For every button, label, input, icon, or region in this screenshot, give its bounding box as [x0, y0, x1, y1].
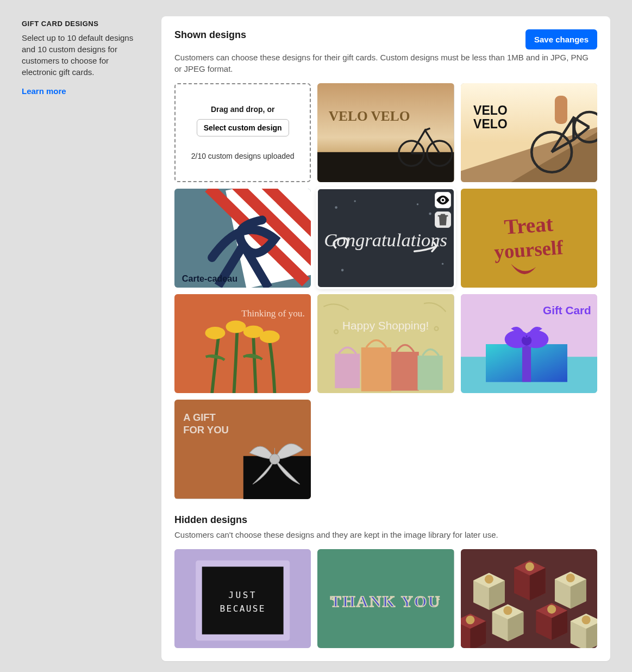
svg-point-20	[354, 200, 356, 202]
upload-count: 2/10 custom designs uploaded	[191, 152, 295, 160]
svg-point-35	[260, 331, 280, 343]
svg-point-52	[521, 335, 531, 345]
save-changes-button-top[interactable]: Save changes	[525, 29, 597, 49]
svg-point-56	[270, 455, 279, 464]
svg-point-76	[525, 562, 534, 571]
design-card-just-because[interactable]: JUST BECAUSE	[174, 549, 311, 648]
sidebar: GIFT CARD DESIGNS Select up to 10 defaul…	[22, 16, 144, 96]
delete-button[interactable]	[435, 211, 451, 228]
shown-description: Customers can choose these designs for t…	[174, 52, 597, 74]
eye-icon	[435, 192, 450, 208]
design-card-velo-2[interactable]: VELO VELO	[461, 83, 597, 182]
upload-slot[interactable]: Drag and drop, or Select custom design 2…	[174, 83, 311, 182]
svg-point-21	[429, 213, 432, 215]
design-card-treat-yourself[interactable]: Treat yourself	[461, 189, 597, 288]
svg-point-23	[341, 269, 344, 272]
design-card-carte-cadeau[interactable]: Carte-cadeau	[174, 189, 311, 288]
select-custom-design-button[interactable]: Select custom design	[197, 119, 289, 136]
svg-point-88	[547, 605, 556, 613]
svg-text:JUST: JUST	[228, 589, 257, 600]
svg-text:THANK YOU: THANK YOU	[330, 592, 441, 610]
shown-title: Shown designs	[174, 29, 246, 41]
designs-panel: Shown designs Save changes Customers can…	[161, 16, 610, 661]
svg-rect-43	[418, 356, 443, 390]
sidebar-title: GIFT CARD DESIGNS	[22, 20, 144, 28]
svg-rect-1	[317, 152, 454, 182]
svg-rect-41	[361, 347, 391, 391]
svg-point-33	[226, 321, 246, 333]
svg-rect-42	[391, 352, 419, 390]
design-card-happy-shopping[interactable]: Happy Shopping!	[317, 294, 454, 393]
svg-rect-9	[555, 96, 567, 124]
svg-point-84	[503, 606, 512, 614]
design-card-congratulations[interactable]: Congratulations	[317, 189, 454, 288]
svg-text:VELO: VELO	[473, 117, 508, 131]
svg-text:BECAUSE: BECAUSE	[220, 603, 266, 614]
design-card-boxes[interactable]	[461, 549, 597, 648]
hidden-title: Hidden designs	[174, 514, 597, 526]
svg-rect-40	[335, 354, 360, 388]
svg-text:Carte-cadeau: Carte-cadeau	[182, 273, 237, 283]
svg-text:Thinking of you.: Thinking of you.	[241, 309, 305, 319]
svg-rect-61	[202, 567, 284, 634]
svg-point-96	[581, 615, 590, 624]
svg-text:A GIFT: A GIFT	[183, 412, 216, 424]
svg-rect-49	[522, 345, 531, 382]
svg-text:Gift Card: Gift Card	[543, 304, 591, 316]
design-card-thank-you[interactable]: THANK YOU	[317, 549, 454, 648]
card-text: VELO VELO	[329, 108, 410, 123]
hidden-description: Customers can't choose these designs and…	[174, 529, 597, 540]
svg-text:FOR YOU: FOR YOU	[183, 425, 229, 436]
svg-point-72	[484, 575, 493, 583]
sidebar-description: Select up to 10 default designs and 10 c…	[22, 32, 144, 78]
svg-point-80	[566, 574, 574, 582]
svg-text:Treat: Treat	[503, 212, 554, 239]
svg-point-19	[335, 206, 338, 209]
svg-text:VELO: VELO	[473, 103, 508, 117]
trash-icon	[435, 212, 450, 227]
design-card-gift-for-you[interactable]: A GIFT FOR YOU	[174, 400, 311, 499]
hidden-grid: JUST BECAUSE THANK YOU	[174, 549, 597, 648]
svg-point-92	[466, 615, 474, 624]
svg-point-32	[205, 327, 225, 339]
shown-grid: Drag and drop, or Select custom design 2…	[174, 83, 597, 499]
learn-more-link[interactable]: Learn more	[22, 86, 66, 96]
preview-button[interactable]	[435, 192, 451, 208]
svg-point-24	[417, 203, 418, 205]
design-card-thinking-of-you[interactable]: Thinking of you.	[174, 294, 311, 393]
svg-text:Happy Shopping!: Happy Shopping!	[342, 319, 429, 332]
upload-drag-label: Drag and drop, or	[211, 105, 274, 114]
svg-text:Congratulations: Congratulations	[324, 229, 448, 250]
svg-point-22	[442, 263, 443, 265]
design-card-velo-1[interactable]: VELO VELO	[317, 83, 454, 182]
design-card-gift-card[interactable]: Gift Card	[461, 294, 597, 393]
